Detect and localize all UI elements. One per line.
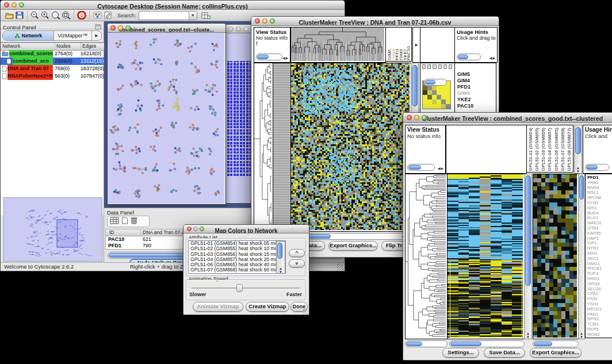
zoom-button[interactable] — [19, 2, 24, 7]
toolbar-separator — [89, 11, 90, 20]
attribute-table-icon[interactable] — [110, 216, 119, 227]
treeview1-row-labels[interactable] — [273, 63, 291, 232]
treeview1-titlebar[interactable]: ClusterMaker TreeView : DNA and Tran 07-… — [251, 17, 499, 26]
zoom-button[interactable] — [243, 26, 248, 32]
treeview2-titlebar[interactable]: ClusterMaker TreeView : combined_scores_… — [403, 113, 612, 123]
view-status-scrollbar[interactable] — [407, 164, 435, 171]
zoom-out-icon[interactable] — [30, 10, 40, 21]
export-graphics-button[interactable]: Export Graphics... — [328, 241, 378, 251]
search-dropdown-arrow[interactable]: ▼ — [189, 12, 197, 20]
zoom-selected-icon[interactable] — [61, 10, 71, 21]
close-button[interactable] — [255, 18, 260, 24]
export-graphics-button[interactable]: Export Graphics... — [530, 348, 582, 358]
toolbar-separator — [74, 11, 74, 20]
control-panel: Control Panel Network VizMapper™ ▶ Netwo… — [1, 21, 104, 263]
attribute-item[interactable]: GPL51-07 (GSM868) heat shock 60 min — [189, 267, 285, 273]
network-list-header: Network Nodes Edges — [1, 43, 104, 51]
heatmap-selection-rect — [450, 260, 522, 338]
control-panel-title: Control Panel — [1, 24, 36, 30]
resize-grip[interactable] — [337, 263, 344, 270]
attribute-list-scrollbar[interactable]: ▲▼ — [276, 241, 285, 274]
treeview2-title: ClusterMaker TreeView : combined_scores_… — [422, 115, 603, 122]
treeview1-column-dendrogram[interactable] — [290, 27, 386, 63]
close-button[interactable] — [110, 25, 116, 30]
faster-label: Faster — [286, 292, 302, 297]
delete-attribute-icon[interactable] — [131, 216, 137, 227]
treeview2-row-dendrogram[interactable] — [405, 174, 447, 339]
tab-overflow-button[interactable]: ▶ — [91, 31, 101, 40]
network-icon — [14, 30, 20, 41]
treeview1-row-dendrogram[interactable] — [254, 63, 273, 232]
tab-vizmapper[interactable]: VizMapper™ — [54, 31, 91, 40]
col-header-id[interactable]: ID — [109, 229, 139, 235]
treeview2-heatmap[interactable] — [447, 174, 525, 339]
save-button[interactable] — [14, 10, 25, 21]
usage-hints-scrollbar[interactable] — [457, 53, 481, 60]
new-attribute-icon[interactable] — [121, 216, 128, 227]
treeview1-zoom-top — [420, 27, 455, 63]
zoom-button[interactable] — [270, 18, 275, 24]
birdseye-view[interactable] — [3, 197, 102, 262]
zoom-toolbar-icons[interactable] — [420, 63, 454, 70]
gene-list-scrollbar[interactable]: ▲▼ — [578, 174, 585, 339]
column-labels-scrollbar[interactable]: ▲▼ — [574, 125, 582, 174]
move-down-button[interactable]: v — [289, 259, 305, 267]
column-label: GPL51-08 (GSM872) — [567, 128, 572, 171]
close-button[interactable] — [407, 115, 412, 120]
network-row[interactable]: RNAPuberNov2+R 563(0) 107847(0) — [1, 72, 104, 80]
treeview2-detail-heatmap[interactable] — [533, 174, 579, 339]
dense-network-grid[interactable] — [227, 61, 254, 176]
treeview2-column-tree[interactable] — [446, 125, 527, 174]
network-view-canvas[interactable] — [108, 33, 224, 204]
annotation-icon[interactable] — [102, 10, 113, 21]
animate-vizmap-button[interactable]: Animate Vizmap — [193, 302, 243, 312]
column-label: GPL51-02 (GSM855) — [534, 128, 540, 171]
close-button[interactable] — [228, 26, 234, 32]
main-titlebar[interactable]: Cytoscape Desktop (Session Name: collins… — [1, 1, 345, 10]
treeview2-gene-labels: PFD1YRA1RNR4MSL1SPC98CLN1NIS1BUD4ELG1MAK… — [585, 174, 612, 338]
save-data-button[interactable]: Save Data... — [484, 348, 525, 358]
attribute-list: GPL51-01 (GSM854) heat shock 05 min GPL5… — [188, 240, 286, 274]
zoom-button[interactable] — [200, 227, 204, 231]
network-row-selected[interactable]: combined_sco 2569(6) 13112(15) — [1, 58, 104, 65]
minimize-button[interactable] — [262, 18, 267, 24]
zoom-button[interactable] — [422, 115, 427, 120]
move-up-button[interactable]: ^ — [289, 249, 305, 257]
network-window-1-titlebar[interactable]: combined_scores_good.txt--cluste... — [108, 24, 225, 33]
network-list: Network Nodes Edges combined_scores 2764… — [1, 42, 104, 215]
birdseye-canvas[interactable] — [4, 198, 101, 260]
detail-hscrollbar[interactable] — [533, 340, 579, 347]
treeview2-vscrollbar[interactable]: ▲▼ — [524, 174, 532, 339]
minimize-button[interactable] — [193, 227, 198, 231]
map-dialog-titlebar[interactable]: Map Colors to Network — [183, 225, 309, 233]
zoom-button[interactable] — [125, 25, 131, 30]
usage-hints-scrollbar[interactable] — [585, 164, 609, 171]
network-row[interactable]: DNA and Tran 07 769(0) 183728(0) — [1, 65, 104, 72]
minimize-button[interactable] — [414, 115, 419, 120]
zoom-in-icon[interactable] — [40, 10, 51, 21]
treeview1-heatmap[interactable] — [290, 63, 411, 232]
minimize-button[interactable] — [236, 26, 241, 32]
speed-slider-thumb[interactable] — [236, 284, 243, 292]
settings-button[interactable]: Settings... — [442, 348, 479, 358]
speed-slider-track[interactable] — [192, 288, 300, 289]
search-input[interactable]: ▼ — [139, 11, 197, 20]
zoom-scrollbar[interactable] — [424, 79, 447, 86]
close-button[interactable] — [187, 227, 192, 231]
column-scroll-strip[interactable]: ▶ — [412, 27, 420, 63]
resize-grip[interactable] — [303, 309, 308, 314]
close-button[interactable] — [4, 2, 9, 7]
network-row[interactable]: combined_scores 2764(0) 16218(0) — [1, 50, 104, 58]
create-vizmap-button[interactable]: Create Vizmap — [246, 302, 289, 312]
import-table-icon[interactable] — [201, 10, 211, 21]
tab-network[interactable]: Network — [3, 31, 54, 40]
zoom-fit-icon[interactable] — [51, 10, 61, 21]
minimize-button[interactable] — [12, 2, 17, 7]
view-status-scrollbar[interactable] — [256, 53, 282, 60]
help-lifesaver-icon[interactable] — [76, 10, 87, 21]
minimize-button[interactable] — [118, 25, 123, 30]
vizmapper-icon[interactable] — [92, 10, 102, 21]
dendrogram-hscrollbar[interactable] — [405, 340, 447, 347]
open-file-button[interactable] — [4, 10, 14, 21]
treeview2-hscrollbar[interactable] — [449, 340, 525, 347]
